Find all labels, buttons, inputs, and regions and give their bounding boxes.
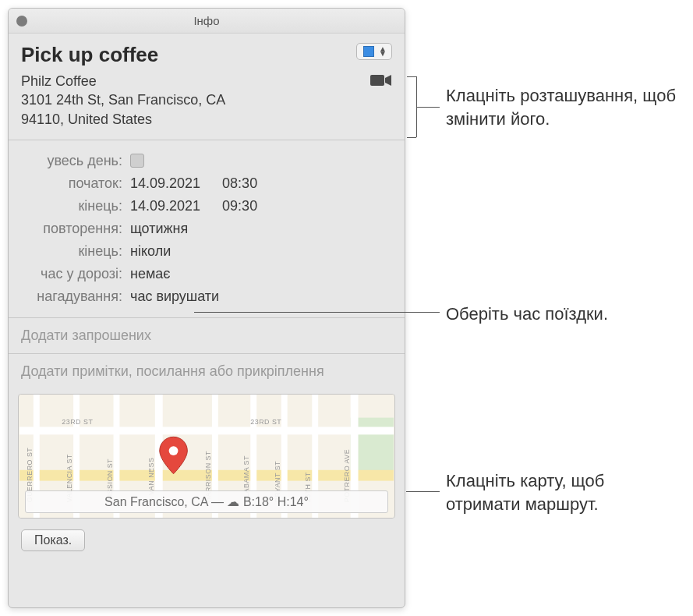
endrepeat-label: кінець:	[21, 243, 130, 260]
calendar-picker[interactable]: ▲▼	[356, 43, 392, 60]
location-address-2: 94110, United States	[21, 110, 225, 129]
panel-footer: Показ.	[9, 519, 405, 562]
svg-rect-0	[370, 75, 384, 86]
allday-checkbox[interactable]	[130, 154, 144, 168]
add-invitees[interactable]: Додати запрошених	[9, 318, 405, 353]
location-address-1: 3101 24th St, San Francisco, CA	[21, 90, 225, 109]
event-location[interactable]: Philz Coffee 3101 24th St, San Francisco…	[21, 72, 225, 129]
location-name: Philz Coffee	[21, 72, 225, 90]
map-preview[interactable]: 23RD ST 23RD ST GUERRERO ST VALENCIA ST …	[18, 394, 395, 519]
svg-text:23RD ST: 23RD ST	[250, 417, 281, 425]
show-button[interactable]: Показ.	[21, 529, 85, 551]
close-icon[interactable]	[16, 16, 27, 27]
callout-bracket-top	[407, 76, 416, 77]
info-panel: Інфо Pick up coffee ▲▼ Philz Coffee 3101…	[8, 8, 405, 608]
end-date[interactable]: 14.09.2021	[130, 198, 200, 214]
window-title: Інфо	[9, 14, 405, 27]
callout-travel: Оберіть час поїздки.	[446, 303, 608, 326]
callout-bracket-bottom	[407, 137, 416, 138]
travel-value[interactable]: немає	[130, 266, 171, 282]
event-title[interactable]: Pick up coffee	[21, 43, 158, 67]
callout-connector	[406, 491, 440, 492]
chevron-updown-icon: ▲▼	[379, 47, 387, 56]
video-camera-icon[interactable]	[370, 73, 392, 87]
end-label: кінець:	[21, 198, 130, 214]
callout-map: Клацніть карту, щоб отримати маршрут.	[446, 469, 680, 515]
repeat-label: повторення:	[21, 221, 130, 237]
start-date[interactable]: 14.09.2021	[130, 175, 200, 192]
add-notes[interactable]: Додати примітки, посилання або прикріпле…	[9, 354, 405, 389]
svg-point-25	[169, 446, 179, 455]
end-time[interactable]: 09:30	[222, 198, 257, 214]
event-fields: увесь день: початок: 14.09.2021 08:30 кі…	[9, 140, 405, 317]
start-label: початок:	[21, 175, 130, 192]
callout-connector	[194, 312, 440, 313]
alert-value[interactable]: час вирушати	[130, 289, 219, 305]
calendar-color-swatch	[363, 46, 374, 57]
weather-bar: San Francisco, CA — ☁︎ В:18° Н:14°	[25, 490, 388, 513]
callout-connector	[416, 107, 440, 108]
svg-text:23RD ST: 23RD ST	[62, 417, 93, 425]
window-titlebar: Інфо	[9, 9, 405, 34]
callout-location: Клацніть розташування, щоб змінити його.	[446, 84, 680, 130]
travel-label: час у дорозі:	[21, 266, 130, 282]
repeat-value[interactable]: щотижня	[130, 221, 188, 237]
allday-label: увесь день:	[21, 153, 130, 169]
alert-label: нагадування:	[21, 289, 130, 305]
start-time[interactable]: 08:30	[222, 175, 257, 192]
event-header: Pick up coffee ▲▼ Philz Coffee 3101 24th…	[9, 34, 405, 140]
endrepeat-value[interactable]: ніколи	[130, 243, 171, 260]
